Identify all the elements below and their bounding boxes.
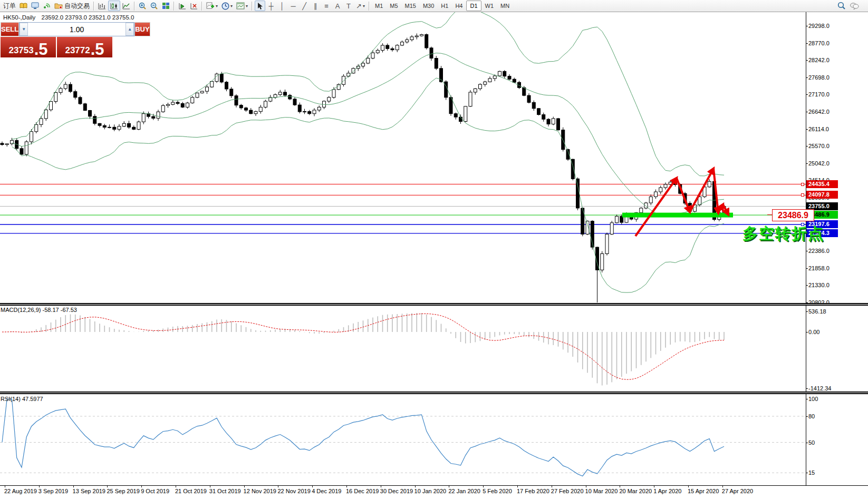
chart-shift-button[interactable]	[188, 1, 199, 11]
candle-body	[410, 37, 413, 40]
date-axis-tick	[210, 485, 210, 487]
crosshair-button[interactable]: ┼	[266, 1, 276, 11]
fibonacci-button[interactable]: ≡	[321, 1, 332, 11]
price-axis-tick: 26642.0	[808, 109, 830, 115]
price-axis-tick: 21330.0	[808, 282, 830, 288]
main-chart-canvas[interactable]	[0, 12, 806, 304]
new-order-button[interactable]: 订单	[2, 1, 17, 11]
rsi-panel-divider[interactable]	[0, 392, 868, 394]
candle-body	[176, 102, 179, 103]
label-button[interactable]: T	[343, 1, 354, 11]
trendline-button[interactable]: ╱	[299, 1, 310, 11]
turning-point-annotation[interactable]: 多空转折点	[742, 223, 824, 244]
autotrading-button[interactable]: 自动交易	[53, 1, 91, 11]
date-axis-label: 4 Dec 2019	[312, 488, 341, 494]
volume-input[interactable]	[28, 23, 126, 36]
date-axis-label: 22 Nov 2019	[277, 488, 310, 494]
timeframe-m5-button[interactable]: M5	[387, 1, 401, 11]
timeframe-d1-button[interactable]: D1	[466, 1, 481, 11]
channel-glyph: ∥	[314, 2, 317, 10]
date-axis-label: 31 Oct 2019	[209, 488, 241, 494]
text-button[interactable]: A	[332, 1, 343, 11]
arrows-button-dropdown-arrow[interactable]: ▾	[363, 4, 365, 8]
candle-body	[367, 58, 370, 63]
channel-button[interactable]: ∥	[310, 1, 321, 11]
candle-body	[664, 184, 667, 188]
zoom-out-button[interactable]	[149, 1, 160, 11]
timeframe-m30-button[interactable]: M30	[420, 1, 437, 11]
support-price-label[interactable]: 23486.9	[772, 209, 814, 221]
candle-body	[454, 114, 457, 117]
date-axis-label: 10 Mar 2020	[585, 488, 618, 494]
candlestick-chart-button[interactable]	[108, 1, 120, 11]
macd-canvas[interactable]	[0, 306, 806, 392]
vline-button[interactable]: │	[277, 1, 287, 11]
candle-body	[342, 76, 345, 85]
rsi-canvas[interactable]	[0, 394, 806, 485]
order-book-icon[interactable]	[18, 1, 29, 11]
chat-icon[interactable]	[848, 1, 861, 11]
candle-body	[64, 84, 67, 89]
signals-icon[interactable]	[41, 1, 52, 11]
buy-price-box[interactable]: 23772 .5	[57, 37, 112, 57]
date-axis-tick	[381, 485, 381, 487]
indicators-button[interactable]: ▾	[235, 1, 249, 11]
date-axis-tick	[312, 485, 313, 487]
vline-glyph: │	[280, 2, 284, 10]
periods-button-dropdown-arrow[interactable]: ▾	[230, 4, 233, 8]
candle-body	[230, 89, 233, 96]
zoom-in-button[interactable]	[137, 1, 148, 11]
level-line-anchor	[801, 183, 804, 186]
zoom-in-icon	[139, 2, 147, 10]
candle-body	[327, 97, 331, 101]
signals-icon-icon	[43, 2, 51, 9]
chart-title: HK50-,Daily 23592.0 23793.0 23521.0 2375…	[3, 14, 134, 21]
hline-button[interactable]: ─	[288, 1, 298, 11]
cursor-button[interactable]	[255, 1, 265, 11]
timeframe-w1-button[interactable]: W1	[482, 1, 497, 11]
macd-panel-divider[interactable]	[0, 303, 868, 306]
sell-button[interactable]: SELL	[1, 22, 19, 36]
line-chart-button[interactable]	[121, 1, 132, 11]
candle-body	[5, 144, 8, 145]
date-axis-tick	[244, 485, 245, 487]
periods-button[interactable]: ▾	[220, 1, 234, 11]
timeframe-mn-button[interactable]: MN	[497, 1, 513, 11]
candle-body	[259, 107, 262, 111]
indicators-button-dropdown-arrow[interactable]: ▾	[246, 4, 248, 8]
arrows-button[interactable]: ↗▾	[354, 1, 367, 11]
sell-price-box[interactable]: 23753 .5	[1, 37, 56, 57]
buy-button[interactable]: BUY	[134, 22, 150, 36]
date-axis-tick	[176, 485, 176, 487]
zoom-out-icon	[150, 2, 158, 10]
chart-profile-button[interactable]	[177, 1, 188, 11]
timeframe-h1-button[interactable]: H1	[438, 1, 451, 11]
candle-body	[98, 123, 101, 125]
bar-chart-button[interactable]	[97, 1, 108, 11]
trend-arrow-segment	[690, 169, 713, 212]
candle-body	[708, 181, 711, 187]
text-glyph: A	[335, 2, 340, 10]
candle-body	[498, 71, 501, 76]
new-chart-button-dropdown-arrow[interactable]: ▾	[216, 4, 218, 8]
date-axis-tick	[722, 485, 723, 487]
volume-increase-button[interactable]: ▲	[126, 23, 134, 36]
terminal-icon[interactable]	[30, 1, 41, 11]
toolbar-separator	[173, 2, 175, 11]
candle-body	[298, 105, 301, 112]
fibonacci-glyph: ≡	[324, 2, 329, 10]
search-icon[interactable]	[836, 1, 847, 11]
candle-body	[1, 143, 4, 144]
volume-decrease-button[interactable]: ▼	[20, 23, 28, 36]
terminal-icon-icon	[31, 2, 39, 9]
date-axis-tick	[5, 485, 5, 487]
tile-windows-button[interactable]	[160, 1, 171, 11]
rsi-axis-tick: 50	[808, 439, 815, 446]
mt4-window: 订单自动交易▾▾▾┼│─╱∥≡AT↗▾M1M5M15M30H1H4D1W1MN …	[0, 0, 868, 499]
timeframe-m15-button[interactable]: M15	[402, 1, 419, 11]
candle-body	[484, 82, 487, 84]
timeframe-h4-button[interactable]: H4	[452, 1, 466, 11]
timeframe-m1-button[interactable]: M1	[372, 1, 386, 11]
new-chart-button[interactable]: ▾	[205, 1, 219, 11]
support-label-connector	[767, 214, 772, 215]
